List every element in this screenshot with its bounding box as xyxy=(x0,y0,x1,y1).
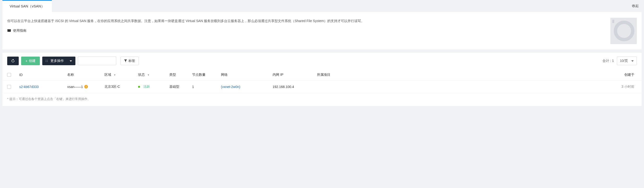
header-project[interactable]: 所属项目 xyxy=(317,73,344,77)
info-description: 你可以在云平台上快速搭建基于 iSCSI 的 Virtual SAN 服务，在你… xyxy=(7,18,601,24)
dots-icon: ∷ xyxy=(46,59,48,63)
toolbar: + 创建 ∷ 更多操作 标签 合计 : 1 1 xyxy=(2,53,642,69)
guide-label: 使用指南 xyxy=(13,28,26,33)
warning-icon[interactable]: ! xyxy=(84,85,88,88)
header-nodes[interactable]: 节点数量 xyxy=(192,73,221,77)
tag-label: 标签 xyxy=(128,59,135,63)
header-id[interactable]: ID xyxy=(19,73,67,77)
header-status[interactable]: 状态 ▼ xyxy=(138,73,169,77)
id-link[interactable]: s2-kb67d333 xyxy=(19,85,39,89)
network-link[interactable]: (vxnet-2w0n) xyxy=(221,85,240,89)
more-actions-button[interactable]: ∷ 更多操作 xyxy=(42,57,76,65)
info-left: 你可以在云平台上快速搭建基于 iSCSI 的 Virtual SAN 服务，在你… xyxy=(7,18,610,33)
row-checkbox-cell xyxy=(7,85,19,89)
tab-label: Virtual SAN（vSAN） xyxy=(10,4,45,8)
filter-icon xyxy=(124,59,127,62)
row-checkbox[interactable] xyxy=(7,85,11,89)
header-type[interactable]: 类型 xyxy=(169,73,192,77)
tab-vsan[interactable]: Virtual SAN（vSAN） xyxy=(2,0,52,12)
tabs: Virtual SAN（vSAN） xyxy=(0,0,52,12)
total-count: 1 xyxy=(612,59,614,63)
tag-button[interactable]: 标签 xyxy=(120,57,139,65)
header-status-label: 状态 xyxy=(138,73,145,76)
cell-ip: 192.168.100.4 xyxy=(272,85,317,89)
refresh-icon xyxy=(11,59,15,63)
sort-icon: ▼ xyxy=(147,74,150,76)
cell-region: 北京3区-C xyxy=(104,85,138,89)
collapse-button[interactable]: 收起 xyxy=(627,0,644,11)
cell-type: 基础型 xyxy=(169,85,192,89)
header-network[interactable]: 网络 xyxy=(221,73,272,77)
header-checkbox-cell xyxy=(7,73,19,77)
info-card: 你可以在云平台上快速搭建基于 iSCSI 的 Virtual SAN 服务，在你… xyxy=(2,12,642,49)
header-ip[interactable]: 内网 IP xyxy=(272,73,317,77)
create-label: 创建 xyxy=(29,59,36,63)
select-all-checkbox[interactable] xyxy=(7,73,11,77)
guide-link[interactable]: 使用指南 xyxy=(7,28,601,33)
total-label: 合计 : 1 xyxy=(602,59,614,63)
header-row: Virtual SAN（vSAN） 收起 xyxy=(0,0,644,12)
chevron-down-icon xyxy=(631,60,634,62)
search-input[interactable] xyxy=(78,57,116,65)
main-card: + 创建 ∷ 更多操作 标签 合计 : 1 1 xyxy=(2,53,642,106)
header-created[interactable]: 创建于 xyxy=(344,73,637,77)
status-dot-icon xyxy=(138,86,140,88)
hint-text: * 提示：可通过在各个资源上点击「右键」来进行常用操作。 xyxy=(2,93,642,101)
table: ID 名称 区域 ▼ 状态 ▼ 类型 节点数量 网络 内网 IP 所属项目 创建… xyxy=(2,69,642,93)
cell-nodes: 1 xyxy=(192,85,221,89)
page-size-select[interactable]: 10/页 xyxy=(617,57,637,65)
cell-id: s2-kb67d333 xyxy=(19,85,67,89)
status-text: 活跃 xyxy=(143,85,150,89)
create-button[interactable]: + 创建 xyxy=(21,57,40,65)
more-label: 更多操作 xyxy=(50,59,64,63)
cell-status: 活跃 xyxy=(138,85,169,89)
name-text: vsan——1 xyxy=(67,85,83,89)
total-prefix: 合计 : xyxy=(602,59,612,63)
page-size-value: 10/页 xyxy=(620,59,628,63)
table-header: ID 名称 区域 ▼ 状态 ▼ 类型 节点数量 网络 内网 IP 所属项目 创建… xyxy=(2,69,642,81)
cell-name: vsan——1 ! xyxy=(67,85,104,89)
vsan-illustration xyxy=(610,18,637,44)
refresh-button[interactable] xyxy=(7,57,19,65)
cell-created: 3 小时前 xyxy=(344,85,637,89)
table-row[interactable]: s2-kb67d333 vsan——1 ! 北京3区-C 活跃 基础型 1 (v… xyxy=(2,81,642,93)
header-region-label: 区域 xyxy=(104,73,111,76)
sort-icon: ▼ xyxy=(114,74,116,76)
plus-icon: + xyxy=(26,59,27,63)
toolbar-right: 合计 : 1 10/页 xyxy=(602,57,637,65)
cell-network: (vxnet-2w0n) xyxy=(221,85,272,89)
header-region[interactable]: 区域 ▼ xyxy=(104,73,138,77)
collapse-label: 收起 xyxy=(632,4,639,8)
book-icon xyxy=(7,29,11,32)
chevron-down-icon xyxy=(70,60,72,62)
header-name[interactable]: 名称 xyxy=(67,73,104,77)
toolbar-left: + 创建 ∷ 更多操作 标签 xyxy=(7,57,139,65)
